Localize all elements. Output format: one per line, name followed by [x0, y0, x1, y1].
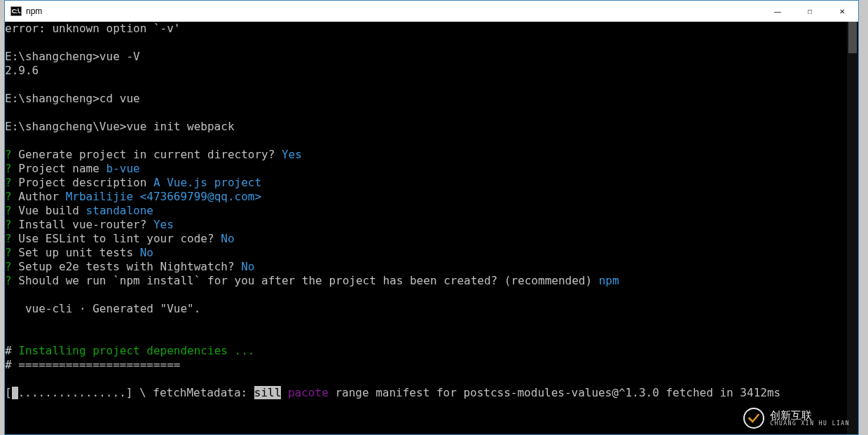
question-mark: ?: [5, 218, 12, 231]
prompt: E:\shangcheng>: [5, 50, 99, 63]
scrollbar[interactable]: [847, 22, 858, 434]
cursor: [12, 387, 18, 399]
cmd-window: C:\. npm — □ ✕ error: unknown option `-v…: [4, 0, 859, 435]
answer: b-vue: [106, 162, 140, 175]
answer: No: [241, 260, 254, 273]
window-title: npm: [26, 6, 42, 16]
question-mark: ?: [5, 148, 12, 161]
prompt-text: Set up unit tests: [12, 246, 140, 259]
question-mark: ?: [5, 232, 12, 245]
question-mark: ?: [5, 260, 12, 273]
log-level-sill: sill: [254, 386, 282, 399]
answer: A Vue.js project: [153, 176, 261, 189]
question-mark: ?: [5, 176, 12, 189]
prompt: E:\shangcheng>: [5, 92, 99, 105]
question-mark: ?: [5, 162, 12, 175]
prompt-text: Author: [12, 190, 66, 203]
fetch-dots: ................] \ fetchMetadata:: [18, 386, 254, 399]
scrollbar-thumb[interactable]: [848, 22, 857, 53]
answer: Mrbailijie <473669799@qq.com>: [66, 190, 261, 203]
answer: No: [221, 232, 234, 245]
question-mark: ?: [5, 190, 12, 203]
question-mark: ?: [5, 204, 12, 217]
prompt-text: Generate project in current directory?: [12, 148, 282, 161]
answer: Yes: [153, 218, 174, 231]
fetch-line: [: [5, 386, 12, 399]
prompt-text: Should we run `npm install` for you afte…: [12, 274, 599, 287]
minimize-button[interactable]: —: [762, 1, 794, 22]
fetch-tail: range manifest for postcss-modules-value…: [329, 386, 780, 399]
line-version: 2.9.6: [5, 64, 39, 77]
generated-line: vue-cli · Generated "Vue".: [5, 302, 200, 315]
prompt-text: Install vue-router?: [12, 218, 153, 231]
prompt-text: Project description: [12, 176, 153, 189]
prompt-text: Vue build: [12, 204, 86, 217]
question-mark: ?: [5, 274, 12, 287]
terminal-area: error: unknown option `-v' E:\shangcheng…: [5, 22, 858, 434]
close-button[interactable]: ✕: [826, 1, 858, 22]
pacote-label: pacote: [288, 386, 329, 399]
maximize-button[interactable]: □: [794, 1, 826, 22]
prompt: E:\shangcheng\Vue>: [5, 120, 126, 133]
question-mark: ?: [5, 246, 12, 259]
prompt-text: Setup e2e tests with Nightwatch?: [12, 260, 242, 273]
sp: [281, 386, 288, 399]
cmd: cd vue: [99, 92, 140, 105]
hash: #: [5, 358, 12, 371]
line-error: error: unknown option `-v': [5, 22, 180, 35]
hash: #: [5, 344, 12, 357]
separator-line: ========================: [12, 358, 181, 371]
prompt-text: Project name: [12, 162, 106, 175]
installing-line: Installing project dependencies ...: [12, 344, 255, 357]
cmd: vue init webpack: [126, 120, 234, 133]
terminal[interactable]: error: unknown option `-v' E:\shangcheng…: [5, 22, 847, 434]
window-controls: — □ ✕: [762, 1, 858, 22]
answer: standalone: [86, 204, 153, 217]
prompt-text: Use ESLint to lint your code?: [12, 232, 221, 245]
titlebar[interactable]: C:\. npm — □ ✕: [5, 1, 858, 22]
cmd: vue -V: [99, 50, 140, 63]
app-icon: C:\.: [11, 6, 22, 16]
answer: npm: [599, 274, 619, 287]
answer: No: [140, 246, 153, 259]
answer: Yes: [282, 148, 302, 161]
